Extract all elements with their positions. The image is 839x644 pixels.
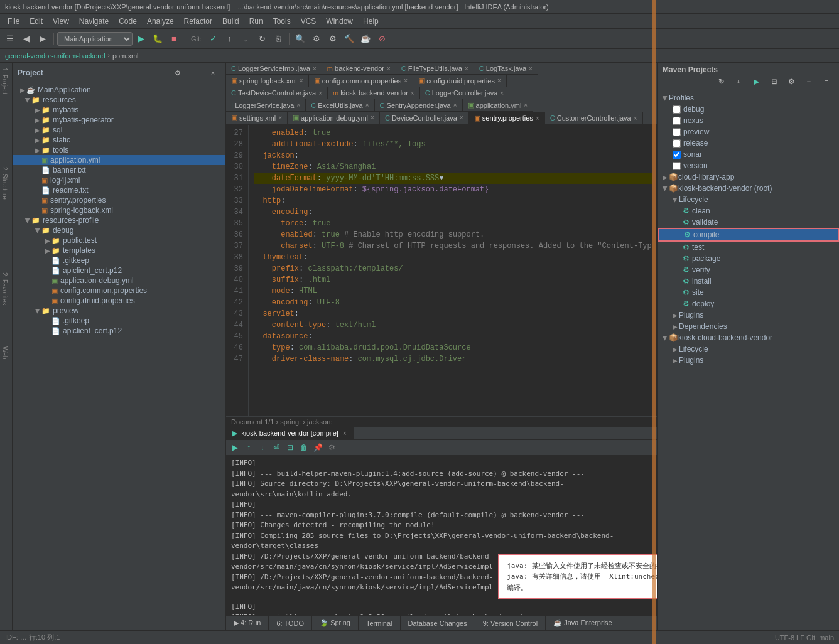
toolbar-git-stash[interactable]: ⎘: [271, 31, 286, 46]
toolbar-sdk-btn[interactable]: ☕: [358, 31, 373, 46]
maven-run-btn[interactable]: ▶: [749, 74, 764, 89]
project-tab[interactable]: 1: Project: [0, 63, 9, 99]
tab-close-filetypeutils[interactable]: ×: [465, 65, 468, 72]
tab-testdevice[interactable]: C TestDeviceController.java ×: [226, 87, 328, 99]
maven-refresh-btn[interactable]: ↻: [713, 74, 728, 89]
toolbar-search-btn[interactable]: 🔍: [293, 31, 308, 46]
tab-close-settingsxml[interactable]: ×: [278, 114, 282, 121]
run-down-btn[interactable]: ↓: [256, 441, 269, 454]
run-wrap-btn[interactable]: ⏎: [270, 441, 283, 454]
nav-file[interactable]: pom.xml: [112, 52, 139, 60]
maven-profile-release[interactable]: release: [658, 137, 839, 149]
tree-item-sql[interactable]: ▶ 📁 sql: [13, 125, 225, 135]
tab-close-kiosk-vendor[interactable]: ×: [411, 90, 414, 97]
tree-item-publictest[interactable]: ▶ 📁 public.test: [13, 235, 225, 245]
maven-cloud-library[interactable]: ▶ 📦 cloud-library-app: [658, 171, 839, 183]
tree-item-springlogbackxml[interactable]: ▶ ▣ spring-logback.xml: [13, 205, 225, 215]
project-close-btn[interactable]: ×: [205, 65, 220, 80]
maven-settings-btn[interactable]: ⚙: [784, 74, 799, 89]
tab-close-configdruid[interactable]: ×: [497, 77, 501, 84]
run-pin-btn[interactable]: 📌: [311, 441, 324, 454]
tree-item-appdebugyml[interactable]: ▶ ▣ application-debug.yml: [13, 276, 225, 286]
tree-item-bannertxt[interactable]: ▶ 📄 banner.txt: [13, 165, 225, 175]
run-filter-btn[interactable]: ⊟: [284, 441, 296, 454]
tab-sentryappender[interactable]: C SentryAppender.java ×: [375, 99, 463, 111]
tree-item-configcommon[interactable]: ▶ ▣ config.common.properties: [13, 286, 225, 296]
tab-backendvendor[interactable]: m backend-vendor ×: [322, 63, 396, 74]
tab-close-testdevice[interactable]: ×: [318, 90, 322, 97]
tree-item-configdruid[interactable]: ▶ ▣ config.druid.properties: [13, 296, 225, 306]
tree-item-applicationyml[interactable]: ▶ ▣ application.yml: [13, 155, 225, 165]
tree-item-gitkeep2[interactable]: ▶ 📄 .gitkeep: [13, 316, 225, 326]
menu-analyze[interactable]: Analyze: [142, 16, 179, 27]
toolbar-no-btn[interactable]: ⊘: [374, 31, 389, 46]
tab-excelutils[interactable]: C ExcelUtils.java ×: [306, 99, 374, 111]
tab-close-customercontroller[interactable]: ×: [634, 115, 637, 122]
tab-settingsxml[interactable]: ▣ settings.xml ×: [226, 112, 288, 124]
tab-close-excelutils[interactable]: ×: [365, 102, 369, 109]
maven-plugins-cloud[interactable]: ▶ Plugins: [658, 355, 839, 366]
toolbar-gear-btn[interactable]: ⚙: [309, 31, 324, 46]
toolbar-app-selector[interactable]: MainApplication: [57, 32, 133, 46]
bottom-tab-dbchanges[interactable]: Database Changes: [401, 616, 475, 630]
maven-add-btn[interactable]: +: [731, 74, 746, 89]
tree-item-static[interactable]: ▶ 📁 static: [13, 135, 225, 145]
cb-debug[interactable]: [673, 105, 681, 114]
maven-install[interactable]: ⚙ install: [658, 276, 839, 287]
run-up-btn[interactable]: ↑: [242, 441, 255, 454]
toolbar-git-check[interactable]: ✓: [205, 31, 220, 46]
maven-validate[interactable]: ⚙ validate: [658, 217, 839, 228]
bottom-tab-terminal[interactable]: Terminal: [359, 616, 401, 630]
toolbar-settings-btn[interactable]: ⚙: [325, 31, 340, 46]
tab-customercontroller[interactable]: C CustomerController.java ×: [545, 112, 643, 124]
maven-profile-nexus[interactable]: nexus: [658, 115, 839, 126]
tab-close-devicecontroller[interactable]: ×: [460, 114, 463, 121]
maven-dependencies[interactable]: ▶ Dependencies: [658, 321, 839, 332]
bottom-tab-spring[interactable]: 🍃 Spring: [312, 616, 359, 630]
tab-close-springlogback[interactable]: ×: [300, 77, 303, 84]
tree-item-mainapp[interactable]: ▶ ☕ MainApplication: [13, 85, 225, 95]
tab-configcommon[interactable]: ▣ config.common.properties ×: [309, 75, 413, 87]
maven-test[interactable]: ⚙ test: [658, 242, 839, 253]
maven-profile-preview[interactable]: preview: [658, 126, 839, 137]
menu-file[interactable]: File: [3, 16, 24, 27]
bottom-tab-todo[interactable]: 6: TODO: [269, 616, 312, 630]
run-tab-close[interactable]: ×: [343, 430, 347, 437]
cb-release[interactable]: [673, 139, 681, 148]
tab-close-sentryappender[interactable]: ×: [453, 102, 457, 109]
menu-edit[interactable]: Edit: [24, 16, 48, 27]
toolbar-menu-btn[interactable]: ☰: [3, 31, 18, 46]
menu-navigate[interactable]: Navigate: [74, 16, 114, 27]
tree-item-readmetxt[interactable]: ▶ 📄 readme.txt: [13, 185, 225, 195]
maven-profile-sonar[interactable]: sonar: [658, 149, 839, 160]
toolbar-build-btn[interactable]: 🔨: [342, 31, 357, 46]
menu-help[interactable]: Help: [358, 16, 384, 27]
bottom-tab-run[interactable]: ▶ 4: Run: [226, 616, 269, 630]
tab-loggercontroller[interactable]: C LoggerController.java ×: [420, 87, 509, 99]
tab-sentryprops[interactable]: ▣ sentry.properties ×: [469, 112, 545, 124]
run-settings-btn[interactable]: ⚙: [325, 441, 338, 454]
cb-nexus[interactable]: [673, 117, 681, 125]
tab-close-sentryprops[interactable]: ×: [536, 115, 539, 122]
tab-loggerserviceimpl[interactable]: C LoggerServiceImpl.java ×: [226, 63, 322, 74]
tree-item-mybatis[interactable]: ▶ 📁 mybatis: [13, 105, 225, 115]
menu-view[interactable]: View: [48, 16, 74, 27]
project-collapse-btn[interactable]: −: [188, 65, 203, 80]
tab-close-loggerserviceimpl[interactable]: ×: [313, 65, 317, 72]
tree-item-apiclientcert2[interactable]: ▶ 📄 apiclient_cert.p12: [13, 326, 225, 336]
favorites-tab[interactable]: 2: Favorites: [0, 267, 9, 310]
menu-build[interactable]: Build: [217, 16, 244, 27]
maven-more-btn[interactable]: ≡: [819, 74, 834, 89]
maven-site[interactable]: ⚙ site: [658, 287, 839, 298]
tab-close-applicationyml2[interactable]: ×: [524, 102, 528, 109]
maven-verify[interactable]: ⚙ verify: [658, 264, 839, 276]
run-clear-btn[interactable]: 🗑: [298, 441, 310, 454]
toolbar-run-btn[interactable]: ▶: [134, 31, 149, 46]
toolbar-git-refresh[interactable]: ↻: [254, 31, 269, 46]
tab-close-loggerservice[interactable]: ×: [296, 102, 300, 109]
maven-kiosk-cloud[interactable]: ▶ 📦 kiosk-cloud-backend-vendor: [658, 332, 839, 343]
maven-compile[interactable]: ⚙ compile: [658, 228, 839, 242]
tree-item-mybatisgenerator[interactable]: ▶ 📁 mybatis-generator: [13, 115, 225, 125]
maven-plugins[interactable]: ▶ Plugins: [658, 309, 839, 321]
tab-appdebugyml[interactable]: ▣ application-debug.yml ×: [288, 112, 380, 124]
